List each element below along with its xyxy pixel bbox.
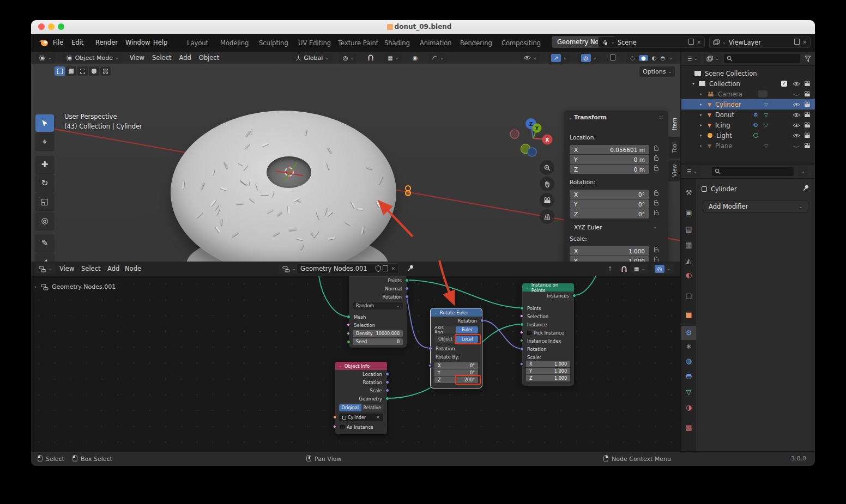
remove-viewlayer-icon[interactable]: ✕ (802, 40, 807, 45)
tool-cursor[interactable]: ⌖ (35, 133, 54, 150)
tab-rendering[interactable]: Rendering (460, 39, 492, 47)
navigation-gizmo[interactable]: Z Y X (505, 114, 560, 161)
shading-rendered-button[interactable]: ◓ (661, 55, 666, 61)
expand-icon[interactable]: ▸ (700, 123, 702, 127)
camera-view-button[interactable] (540, 193, 554, 208)
type-axis-angle-button[interactable]: Axis Ang... (434, 326, 456, 333)
scale-x-field[interactable]: X1.000 (526, 361, 570, 367)
ne-snap-toggle[interactable] (619, 264, 630, 274)
show-gizmo-button[interactable]: ↗⌄ (548, 53, 570, 63)
seed-field[interactable]: Seed0 (353, 338, 403, 345)
node-canvas[interactable]: › Geometry Nodes.001 Points Normal Rotat… (31, 276, 680, 451)
pick-instance-checkbox[interactable] (527, 331, 531, 335)
pin-icon[interactable] (406, 263, 415, 273)
node-header[interactable]: ⌄Instance on Points (522, 283, 574, 292)
as-instance-checkbox[interactable] (340, 425, 345, 429)
proportional-editing-toggle[interactable]: ◉ (409, 53, 420, 63)
tab-compositing[interactable]: Compositing (501, 39, 541, 47)
rotate-x-field[interactable]: X0° (434, 362, 478, 369)
socket-rotation-out[interactable] (405, 295, 409, 299)
props-tab-view-layer[interactable]: ▦ (681, 241, 696, 249)
location-y-field[interactable]: Y0 m (570, 155, 649, 164)
socket-density-in[interactable] (346, 331, 351, 336)
render-visibility-icon[interactable] (803, 101, 811, 107)
lock-icon[interactable] (654, 212, 658, 215)
menu-help[interactable]: Help (153, 39, 167, 46)
viewlayer-selector[interactable]: ⌄ ViewLayer ✕ (709, 37, 811, 48)
socket-scale-in[interactable] (519, 362, 524, 366)
hide-icon[interactable] (793, 102, 800, 107)
filter-funnel-icon[interactable] (805, 56, 811, 62)
menu-window[interactable]: Window (125, 39, 150, 46)
vp-menu-select[interactable]: Select (152, 54, 171, 62)
props-tab-scene[interactable]: ◭ (681, 257, 696, 265)
density-field[interactable]: Density10000.000 (353, 330, 403, 337)
socket-scale-out[interactable] (385, 388, 389, 392)
shading-solid-button[interactable]: ● (639, 55, 648, 61)
go-to-parent-tree-button[interactable]: ↑ (605, 264, 615, 274)
xray-toggle[interactable] (607, 53, 619, 63)
geometry-node-editor[interactable]: ⌄ View Select Add Node ⌄ Geometry Nodes.… (31, 262, 680, 451)
vp-menu-add[interactable]: Add (179, 54, 191, 62)
socket-rotation-in[interactable] (428, 347, 432, 350)
ne-snap-target[interactable]: ▦⌄ (631, 264, 648, 274)
socket-instance-in[interactable] (520, 323, 524, 326)
socket-normal-out[interactable] (405, 287, 409, 290)
sidebar-tab-view[interactable]: View (668, 160, 680, 181)
node-distribute-points[interactable]: Points Normal Rotation Random⌄ Mesh Sele… (349, 276, 407, 348)
node-instance-on-points[interactable]: ⌄Instance on Points Instances Points Sel… (522, 283, 574, 386)
ne-menu-node[interactable]: Node (125, 265, 141, 272)
render-visibility-icon[interactable] (803, 122, 811, 128)
mode-selector[interactable]: Object Mode⌄ (63, 53, 122, 63)
tab-sculpting[interactable]: Sculpting (259, 39, 288, 47)
tool-move[interactable]: ✚ (35, 156, 54, 173)
render-visibility-icon[interactable] (803, 112, 811, 118)
snap-target-button[interactable]: ▦⌄ (384, 53, 402, 63)
lock-icon[interactable] (654, 192, 658, 196)
unlink-scene-icon[interactable]: ✕ (697, 40, 701, 45)
props-tab-modifiers-active[interactable]: ⚙ (681, 326, 696, 340)
props-tab-material[interactable]: ◑ (681, 403, 696, 411)
zoom-view-button[interactable] (540, 160, 554, 175)
show-visibility-button[interactable]: ⌄ (520, 53, 540, 63)
tab-animation[interactable]: Animation (420, 39, 452, 47)
exclude-checkbox[interactable]: ✓ (781, 81, 787, 87)
props-tab-render[interactable]: ▣ (681, 209, 696, 217)
ne-menu-select[interactable]: Select (81, 265, 100, 272)
expand-icon[interactable]: ▸ (700, 133, 702, 138)
outliner-row-donut[interactable]: ▸ ▼ Donut ⚙ ▽ (681, 110, 815, 120)
rotation-x-field[interactable]: X0° (570, 190, 649, 199)
outliner-row-cylinder[interactable]: ▸ ▼ Cylinder ▽ (681, 99, 815, 110)
scene-selector[interactable]: ⌄ Scene ✕ (598, 37, 705, 48)
outliner-display-mode[interactable]: ☰⌄ (684, 53, 701, 64)
tool-transform[interactable]: ◎ (35, 212, 54, 229)
render-visibility-icon[interactable] (803, 91, 811, 97)
location-x-field[interactable]: X0.056601 m (570, 145, 649, 154)
tab-uv-editing[interactable]: UV Editing (298, 39, 331, 47)
socket-rotation-out[interactable] (480, 319, 484, 323)
select-mode-invert[interactable] (89, 66, 99, 76)
ne-menu-add[interactable]: Add (107, 265, 119, 272)
expand-icon[interactable]: ▸ (700, 112, 702, 117)
select-mode-extend[interactable] (66, 66, 76, 76)
transform-orientation[interactable]: Global⌄ (292, 53, 332, 63)
lock-icon[interactable] (654, 157, 658, 161)
expand-icon[interactable]: ▸ (700, 143, 702, 148)
expand-icon[interactable]: ▸ (700, 102, 702, 107)
select-mode-subtract[interactable] (77, 66, 88, 76)
scale-z-field[interactable]: Z1.000 (526, 375, 570, 381)
props-tab-particles[interactable]: ∗ (681, 342, 696, 350)
outliner-search-input[interactable] (724, 54, 800, 63)
perspective-toggle-button[interactable] (540, 209, 554, 224)
shading-wireframe-button[interactable]: ◌ (630, 55, 635, 61)
breadcrumb-expand-icon[interactable]: › (34, 284, 37, 290)
props-tab-texture[interactable]: ▩ (681, 423, 696, 432)
original-button[interactable]: Original (339, 404, 361, 411)
socket-location-out[interactable] (385, 372, 389, 376)
drag-handle-icon[interactable]: ∷ (659, 114, 663, 120)
props-tab-object[interactable]: ■ (681, 311, 696, 319)
tool-measure[interactable]: ⊿ (35, 253, 54, 262)
node-tree-selector[interactable]: Geometry Nodes.001 ✕ (297, 263, 399, 274)
pin-icon[interactable] (801, 183, 811, 193)
socket-instances-out[interactable] (572, 294, 576, 297)
